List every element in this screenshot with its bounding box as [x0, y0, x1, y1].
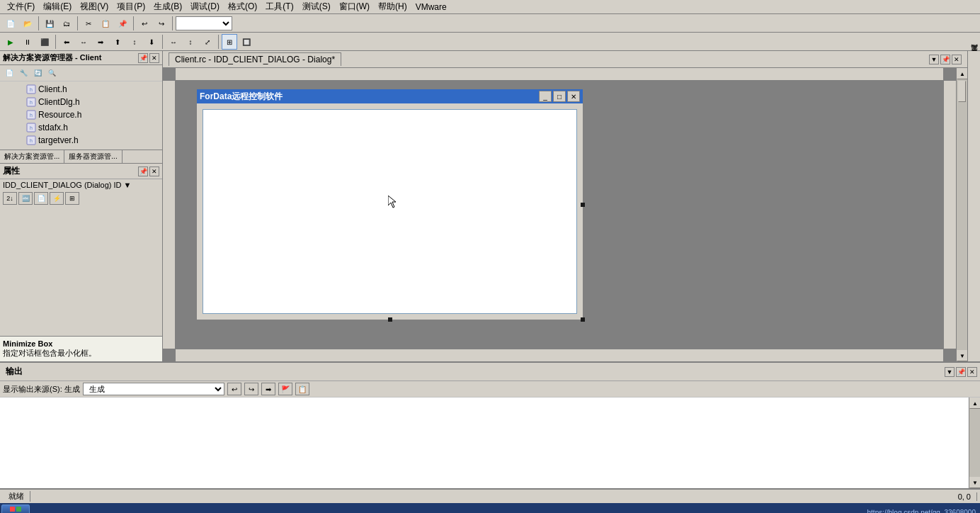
output-auto-hide-btn[interactable]: 📌: [956, 367, 966, 377]
menu-item-s[interactable]: 测试(S): [298, 0, 335, 14]
props-subtitle: IDD_CLIENT_DIALOG (Dialog) ID ▼: [0, 179, 162, 191]
tree-props-btn[interactable]: 🔧: [17, 67, 30, 79]
align-middle-btn[interactable]: ↕: [127, 34, 142, 50]
align-right-btn[interactable]: ➡: [93, 34, 108, 50]
new-btn[interactable]: 📄: [3, 16, 18, 31]
output-source-dropdown[interactable]: 生成: [83, 383, 224, 395]
redo-btn[interactable]: ↪: [154, 16, 169, 31]
toolbox-label[interactable]: 工具箱: [967, 54, 981, 60]
tree-filter-btn[interactable]: 🔍: [45, 67, 58, 79]
save-all-btn[interactable]: 🗂: [59, 16, 74, 31]
editor-pin-btn[interactable]: ▼: [929, 55, 939, 64]
handle-right-center[interactable]: [581, 203, 585, 207]
menu-item-t[interactable]: 工具(T): [261, 0, 297, 14]
menu-item-h[interactable]: 帮助(H): [374, 0, 411, 14]
menu-item-b[interactable]: 生成(B): [149, 0, 186, 14]
properties-title: 属性: [3, 165, 20, 177]
size-height-btn[interactable]: ↕: [183, 34, 198, 50]
out-scroll-down[interactable]: ▼: [969, 477, 980, 488]
paste-btn[interactable]: 📌: [115, 16, 130, 31]
solution-tabs: 解决方案资源管... 服务器资源管...: [0, 150, 162, 163]
sep5: [55, 35, 56, 49]
menu-item-o[interactable]: 格式(O): [224, 0, 261, 14]
copy-btn[interactable]: 📋: [98, 16, 113, 31]
tab-solution-explorer[interactable]: 解决方案资源管...: [0, 150, 64, 163]
dialog-body: [197, 103, 583, 320]
scroll-down-btn[interactable]: ▼: [957, 350, 967, 361]
solution-explorer-title: 解决方案资源管理器 - Client: [3, 52, 101, 63]
tree-item[interactable]: hstdafx.h: [1, 121, 161, 134]
align-top-btn[interactable]: ⬆: [110, 34, 125, 50]
tab-server-explorer[interactable]: 服务器资源管...: [64, 150, 122, 163]
handle-bottom-center[interactable]: [388, 317, 392, 322]
tree-new-btn[interactable]: 📄: [3, 67, 16, 79]
output-pin-btn[interactable]: ▼: [945, 367, 955, 377]
editor-tab-title[interactable]: Client.rc - IDD_CLIENT_DIALOG - Dialog*: [169, 52, 341, 66]
scroll-thumb-v[interactable]: [958, 81, 966, 102]
props-sort-btn[interactable]: 2↓: [3, 192, 17, 205]
tree-item[interactable]: hClient.h: [1, 83, 161, 96]
align-bottom-btn[interactable]: ⬇: [144, 34, 159, 50]
pause-btn[interactable]: ⏸: [20, 34, 35, 50]
out-scroll-up[interactable]: ▲: [969, 398, 980, 409]
save-btn[interactable]: 💾: [42, 16, 57, 31]
menu-item-vmware[interactable]: VMware: [411, 1, 451, 13]
size-width-btn[interactable]: ↔: [166, 34, 181, 50]
menu-item-w[interactable]: 窗口(W): [335, 0, 374, 14]
start-button[interactable]: [1, 504, 30, 513]
props-extra-btn[interactable]: ⊞: [65, 192, 79, 205]
dialog-close-btn[interactable]: ✕: [567, 91, 580, 102]
grid-btn[interactable]: ⊞: [222, 34, 237, 50]
output-controls: ▼ 📌 ✕: [945, 367, 977, 377]
stop-btn[interactable]: ⬛: [37, 34, 52, 50]
dialog-minimize-btn[interactable]: _: [539, 91, 552, 102]
props-event-btn[interactable]: ⚡: [50, 192, 64, 205]
tree-item[interactable]: hClientDlg.h: [1, 96, 161, 108]
ruler-right: [943, 81, 956, 349]
scroll-up-btn[interactable]: ▲: [957, 68, 967, 79]
output-close-btn[interactable]: ✕: [967, 367, 977, 377]
menu-item-p[interactable]: 项目(P): [113, 0, 149, 14]
output-go-to-prev-btn[interactable]: ↩: [227, 383, 241, 395]
svg-rect-11: [10, 507, 15, 512]
svg-text:h: h: [30, 87, 33, 92]
tree-item[interactable]: hResource.h: [1, 108, 161, 121]
menu-item-v[interactable]: 视图(V): [76, 0, 113, 14]
output-copy-btn[interactable]: 📋: [295, 383, 309, 395]
output-clear-btn[interactable]: 🚩: [278, 383, 292, 395]
props-pin-btn[interactable]: 📌: [138, 167, 148, 176]
scroll-track-v[interactable]: [957, 79, 967, 350]
run-btn[interactable]: ▶: [3, 34, 18, 50]
ruler-top: [176, 68, 943, 81]
output-scrollbar-v[interactable]: ▲ ▼: [969, 398, 980, 488]
size-both-btn[interactable]: ⤢: [200, 34, 215, 50]
output-go-to-next-btn[interactable]: ↪: [244, 383, 258, 395]
editor-auto-hide-btn[interactable]: 📌: [940, 55, 950, 64]
tree-item[interactable]: htargetver.h: [1, 134, 161, 147]
output-navigate-btn[interactable]: ➡: [261, 383, 275, 395]
out-scroll-track[interactable]: [969, 409, 980, 477]
props-cat-btn[interactable]: 🔤: [18, 192, 33, 205]
menu-item-e[interactable]: 编辑(E): [39, 0, 76, 14]
editor-close-btn[interactable]: ✕: [952, 55, 962, 64]
dialog-maximize-btn[interactable]: □: [553, 91, 566, 102]
pin-btn[interactable]: 📌: [138, 53, 148, 63]
align-left-btn[interactable]: ⬅: [59, 34, 74, 50]
open-btn[interactable]: 📂: [20, 16, 35, 31]
align-center-btn[interactable]: ↔: [76, 34, 91, 50]
undo-btn[interactable]: ↩: [137, 16, 152, 31]
editor-scrollbar-v[interactable]: ▲ ▼: [956, 68, 967, 361]
props-page-btn[interactable]: 📄: [34, 192, 48, 205]
menu-item-f[interactable]: 文件(F): [3, 0, 39, 14]
close-btn[interactable]: ✕: [149, 53, 159, 63]
status-right: 0, 0: [952, 492, 977, 501]
svg-text:h: h: [30, 100, 33, 105]
test-dialog-btn[interactable]: 🔲: [239, 34, 254, 50]
cut-btn[interactable]: ✂: [81, 16, 96, 31]
menu-item-d[interactable]: 调试(D): [186, 0, 224, 14]
dialog-editor-area[interactable]: ForData远程控制软件 _ □ ✕: [163, 68, 956, 361]
handle-bottom-right[interactable]: [581, 317, 585, 322]
props-close-btn[interactable]: ✕: [149, 167, 159, 176]
autoflag-dropdown[interactable]: AutoFlag: [176, 16, 232, 30]
tree-refresh-btn[interactable]: 🔄: [31, 67, 44, 79]
